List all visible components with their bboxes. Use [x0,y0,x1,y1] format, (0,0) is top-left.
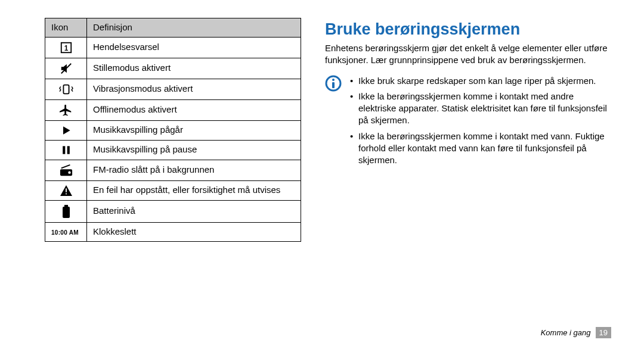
table-row: Musikkavspilling pågår [45,120,301,140]
pause-icon [45,140,87,160]
vibrate-icon [45,79,87,99]
def-cell: En feil har oppstått, eller forsiktighet… [87,180,301,200]
table-row: Batterinivå [45,200,301,222]
notice-list: Ikke bruk skarpe redskaper som kan lage … [350,75,611,170]
battery-icon [45,200,87,222]
table-row: Offlinemodus aktivert [45,99,301,120]
svg-rect-5 [67,146,69,154]
page-number: 19 [596,327,611,338]
page-footer: Komme i gang 19 [541,327,611,338]
footer-section-name: Komme i gang [541,328,591,337]
def-cell: Musikkavspilling på pause [87,140,301,160]
intro-paragraph: Enhetens berøringsskjerm gjør det enkelt… [325,42,611,67]
svg-point-14 [332,79,335,81]
notice-item: Ikke bruk skarpe redskaper som kan lage … [350,75,611,87]
def-cell: Hendelsesvarsel [87,37,301,58]
table-row: Vibrasjonsmodus aktivert [45,79,301,99]
airplane-icon [45,99,87,120]
play-icon [45,120,87,140]
table-row: 1 Hendelsesvarsel [45,37,301,58]
svg-point-7 [68,171,70,173]
calendar-alert-icon: 1 [45,37,87,58]
def-cell: Stillemodus aktivert [87,58,301,79]
def-cell: Vibrasjonsmodus aktivert [87,79,301,99]
mute-icon [45,58,87,79]
def-cell: Klokkeslett [87,222,301,241]
table-header-def: Definisjon [87,18,301,38]
svg-rect-9 [66,188,67,192]
notice-item: Ikke la berøringsskjermen komme i kontak… [350,130,611,167]
svg-text:1: 1 [64,43,68,52]
radio-icon [45,160,87,180]
table-row: En feil har oppstått, eller forsiktighet… [45,180,301,200]
section-title: Bruke berøringsskjermen [325,20,611,39]
clock-icon: 10:00 AM [45,222,87,241]
svg-rect-3 [63,85,69,94]
notice-item: Ikke la berøringsskjermen komme i kontak… [350,91,611,127]
svg-rect-12 [63,207,70,218]
svg-rect-10 [66,193,67,194]
def-cell: FM-radio slått på i bakgrunnen [87,160,301,180]
svg-line-8 [61,165,70,169]
icon-definition-table: Ikon Definisjon 1 Hendelsesvarsel Stille… [45,18,301,242]
table-row: Stillemodus aktivert [45,58,301,79]
table-header-icon: Ikon [45,18,87,38]
warning-icon [45,180,87,200]
def-cell: Offlinemodus aktivert [87,99,301,120]
notice-block: Ikke bruk skarpe redskaper som kan lage … [325,75,611,170]
def-cell: Musikkavspilling pågår [87,120,301,140]
svg-rect-4 [63,146,65,154]
svg-rect-15 [332,82,335,88]
info-icon [325,75,342,92]
svg-rect-11 [64,205,68,207]
table-row: 10:00 AM Klokkeslett [45,222,301,241]
def-cell: Batterinivå [87,200,301,222]
table-row: FM-radio slått på i bakgrunnen [45,160,301,180]
table-row: Musikkavspilling på pause [45,140,301,160]
